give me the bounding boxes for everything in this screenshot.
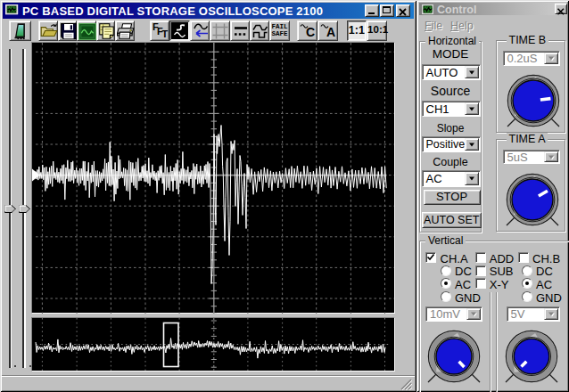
- svg-text:C: C: [306, 25, 315, 39]
- svg-text:A: A: [326, 25, 335, 39]
